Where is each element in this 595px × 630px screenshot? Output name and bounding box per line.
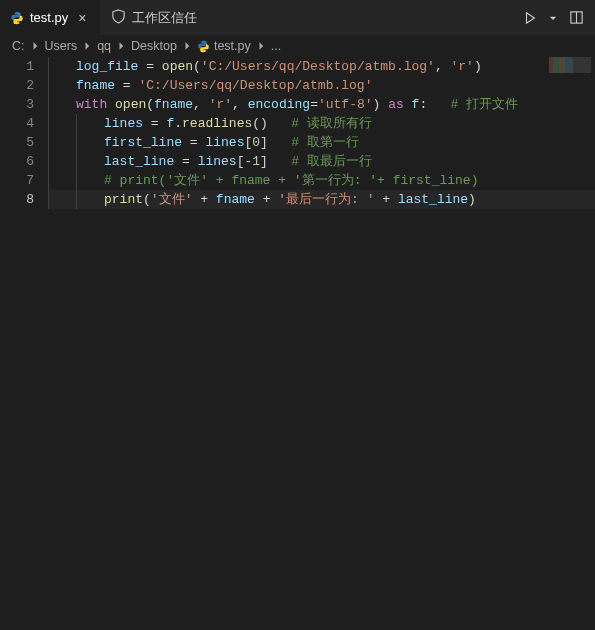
breadcrumb-item[interactable]: qq [97,39,111,53]
line-number: 5 [0,133,34,152]
tab-actions [519,7,595,29]
token-str: 'C:/Users/qq/Desktop/atmb.log' [138,78,372,93]
code-line[interactable]: print('文件' + fname + '最后一行为: ' + last_li… [48,190,595,209]
token-fn: open [162,59,193,74]
code-line[interactable]: lines = f.readlines() # 读取所有行 [48,114,595,133]
split-editor-button[interactable] [565,7,587,29]
token-fn: readlines [182,116,252,131]
chevron-right-icon [255,40,267,52]
editor[interactable]: 12345678 log_file = open('C:/Users/qq/De… [0,57,595,209]
token-str: 'r' [209,97,232,112]
token-var: fname [154,97,193,112]
token-op: , [193,97,209,112]
line-number: 8 [0,190,34,209]
code-area[interactable]: log_file = open('C:/Users/qq/Desktop/atm… [48,57,595,209]
token-cmt: # 打开文件 [451,97,519,112]
token-op: = [182,135,205,150]
line-number: 3 [0,95,34,114]
token-op: = [138,59,161,74]
token-num: 0 [252,135,260,150]
token-op: ] [260,135,291,150]
code-line[interactable]: first_line = lines[0] # 取第一行 [48,133,595,152]
line-number: 7 [0,171,34,190]
token-op: = [174,154,197,169]
token-str: 'r' [451,59,474,74]
token-op: + [255,192,278,207]
code-line[interactable]: with open(fname, 'r', encoding='utf-8') … [48,95,595,114]
token-op: , [232,97,248,112]
token-op [107,97,115,112]
breadcrumb-item[interactable]: Users [45,39,78,53]
line-number-gutter: 12345678 [0,57,48,209]
token-op: ( [146,97,154,112]
breadcrumb-item[interactable]: Desktop [131,39,177,53]
token-cmt: # 取最后一行 [291,154,372,169]
token-op: () [252,116,291,131]
run-button[interactable] [519,7,541,29]
token-fn: print [104,192,143,207]
line-number: 1 [0,57,34,76]
line-number: 4 [0,114,34,133]
token-op: , [435,59,451,74]
token-var: log_file [76,59,138,74]
token-op: ) [468,192,476,207]
chevron-right-icon [181,40,193,52]
code-line[interactable]: log_file = open('C:/Users/qq/Desktop/atm… [48,57,595,76]
code-line[interactable]: fname = 'C:/Users/qq/Desktop/atmb.log' [48,76,595,95]
token-op: ( [143,192,151,207]
token-op: + [374,192,397,207]
chevron-right-icon [29,40,41,52]
breadcrumb[interactable]: C:UsersqqDesktoptest.py... [0,35,595,57]
token-num: 1 [252,154,260,169]
breadcrumb-item[interactable]: ... [271,39,281,53]
breadcrumb-item[interactable]: C: [12,39,25,53]
run-dropdown[interactable] [545,7,561,29]
tab-filename: test.py [30,10,68,25]
token-op: + [192,192,215,207]
tab-active[interactable]: test.py × [0,0,101,35]
chevron-right-icon [81,40,93,52]
token-var: last_line [398,192,468,207]
line-number: 2 [0,76,34,95]
token-fn: open [115,97,146,112]
code-line[interactable]: last_line = lines[-1] # 取最后一行 [48,152,595,171]
token-var: lines [198,154,237,169]
token-var: encoding [248,97,310,112]
token-op: = [310,97,318,112]
token-cmt: # 取第一行 [291,135,359,150]
token-var: last_line [104,154,174,169]
token-op: = [143,116,166,131]
line-number: 6 [0,152,34,171]
token-str: '文件' [151,192,193,207]
token-op: . [174,116,182,131]
shield-icon [111,9,126,27]
token-str: 'C:/Users/qq/Desktop/atmb.log' [201,59,435,74]
token-op: ) [474,59,482,74]
token-op: ] [260,154,291,169]
tab-close-button[interactable]: × [74,8,90,28]
token-op: ) [373,97,389,112]
token-var: fname [76,78,115,93]
workspace-trust-label: 工作区信任 [132,9,197,27]
code-line[interactable]: # print('文件' + fname + '第一行为: '+ first_l… [48,171,595,190]
token-cmt: # 读取所有行 [291,116,372,131]
token-str: 'utf-8' [318,97,373,112]
token-cmt: # print('文件' + fname + '第一行为: '+ first_l… [104,173,478,188]
token-op [404,97,412,112]
tab-bar: test.py × 工作区信任 [0,0,595,35]
token-op: : [419,97,450,112]
minimap[interactable] [549,57,591,73]
token-var: lines [205,135,244,150]
token-op: = [115,78,138,93]
token-op: ( [193,59,201,74]
token-var: first_line [104,135,182,150]
breadcrumb-item[interactable]: test.py [197,39,251,53]
token-kw: as [388,97,404,112]
token-var: fname [216,192,255,207]
python-file-icon [197,40,210,53]
token-kw: with [76,97,107,112]
python-file-icon [10,11,24,25]
token-var: lines [104,116,143,131]
workspace-trust-button[interactable]: 工作区信任 [101,0,207,35]
token-str: '最后一行为: ' [278,192,374,207]
